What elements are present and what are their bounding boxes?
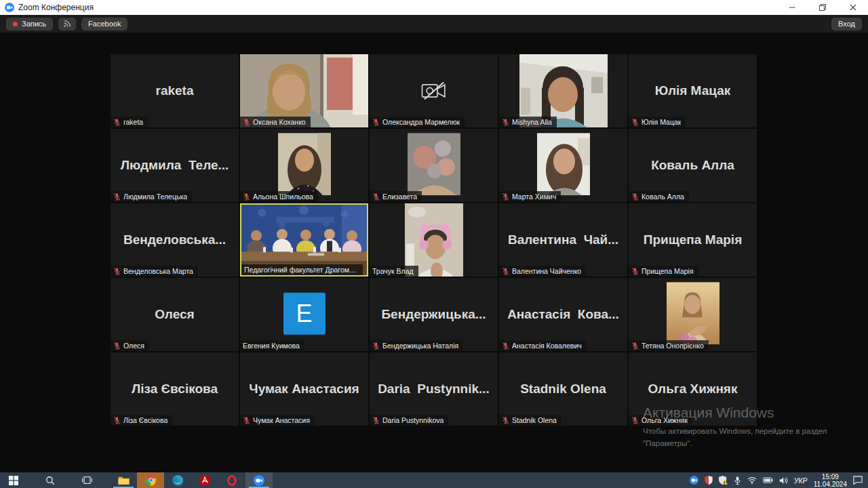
participant-tile[interactable]: Марта Химич xyxy=(499,129,627,202)
tray-date: 11.04.2024 xyxy=(814,481,847,488)
participant-name-label: Ольга Хижняк xyxy=(629,415,692,426)
clock[interactable]: 15:09 11.04.2024 xyxy=(814,473,847,488)
opera-button[interactable] xyxy=(218,472,245,488)
participant-tile[interactable]: Людмила Теле...Людмила Телецька xyxy=(111,129,239,202)
participant-tile[interactable]: raketaraketa xyxy=(111,54,239,127)
participant-tile[interactable]: Ольга ХижнякОльга Хижняк xyxy=(629,352,757,426)
participant-name-label: Марта Химич xyxy=(499,191,561,202)
participant-name-label: Чумак Анастасия xyxy=(240,415,315,426)
participant-name-label: Stadnik Olena xyxy=(499,415,561,426)
antivirus-shield-icon[interactable] xyxy=(705,476,713,485)
participant-name-label: Ліза Євсікова xyxy=(111,415,172,426)
participant-tile[interactable]: Прищепа МаріяПрищепа Марія xyxy=(629,203,757,277)
participant-name-label: Валентина Чайченко xyxy=(499,266,586,277)
participant-tile[interactable]: Елизавета xyxy=(370,129,498,202)
participant-name-label: Юлія Мацак xyxy=(629,117,686,127)
windows-logo-icon xyxy=(9,476,18,485)
file-explorer-button[interactable] xyxy=(110,472,137,488)
participant-tile[interactable]: Анастасія Кова...Анастасія Ковалевич xyxy=(499,278,627,351)
muted-mic-icon xyxy=(502,193,509,201)
edge-button[interactable] xyxy=(164,472,191,488)
acrobat-button[interactable] xyxy=(191,472,218,488)
participant-name-label: Тетяна Онопрієнко xyxy=(629,340,709,351)
muted-mic-icon xyxy=(113,342,121,350)
microphone-tray-icon[interactable] xyxy=(734,476,741,485)
muted-mic-icon xyxy=(372,193,380,201)
muted-mic-icon xyxy=(502,119,509,126)
muted-mic-icon xyxy=(372,119,380,126)
muted-mic-icon xyxy=(631,417,639,424)
muted-mic-icon xyxy=(631,268,639,275)
start-button[interactable] xyxy=(0,472,27,488)
participant-name-label: Педагогічний факультет Драгомано... xyxy=(241,264,363,275)
recording-indicator-button[interactable]: Запись xyxy=(6,18,53,30)
participant-tile[interactable]: Юлія МацакЮлія Мацак xyxy=(629,54,757,127)
zoom-app-icon xyxy=(5,3,14,12)
file-explorer-icon xyxy=(118,476,130,485)
facebook-stream-button[interactable]: Facebook xyxy=(81,18,127,30)
battery-icon[interactable] xyxy=(763,477,773,483)
muted-mic-icon xyxy=(243,119,250,126)
participant-tile[interactable]: Трачук Влад xyxy=(370,203,498,277)
live-stream-button[interactable] xyxy=(58,18,76,30)
system-tray: УКР 15:09 11.04.2024 xyxy=(690,472,868,488)
muted-mic-icon xyxy=(243,417,250,424)
participant-tile[interactable]: Чумак АнастасияЧумак Анастасия xyxy=(240,352,368,426)
participant-name-label: Коваль Алла xyxy=(629,191,689,202)
participant-tile[interactable]: ОлесяОлеся xyxy=(111,278,239,351)
participant-tile[interactable]: EЕвгения Куимова xyxy=(240,278,368,351)
windows-taskbar: УКР 15:09 11.04.2024 xyxy=(0,472,868,488)
participant-tile[interactable]: Педагогічний факультет Драгомано... xyxy=(240,203,368,277)
muted-mic-icon xyxy=(502,268,509,275)
participant-tile[interactable]: Daria Pustynnik...Daria Pustynnikova xyxy=(370,352,498,426)
participant-name-label: Венделовська Марта xyxy=(111,266,198,277)
participant-tile[interactable]: Оксана Коханко xyxy=(240,54,368,127)
security-warning-icon[interactable] xyxy=(719,476,728,485)
search-button[interactable] xyxy=(37,472,64,488)
restore-button[interactable] xyxy=(807,0,837,15)
participant-name-label: Елизавета xyxy=(370,191,422,202)
recording-dot-icon xyxy=(13,22,18,26)
participant-name-label: raketa xyxy=(111,117,148,127)
zoom-icon xyxy=(254,475,264,486)
participant-tile[interactable]: Бендержицька...Бендержицька Наталія xyxy=(370,278,498,351)
participant-tile[interactable]: Олександра Мармелюк xyxy=(370,54,498,127)
muted-mic-icon xyxy=(502,342,509,350)
chrome-button[interactable] xyxy=(137,472,164,488)
participant-tile[interactable]: Венделовська...Венделовська Марта xyxy=(111,203,239,277)
minimize-button[interactable] xyxy=(776,0,807,15)
muted-mic-icon xyxy=(631,342,639,350)
task-view-button[interactable] xyxy=(73,472,100,488)
participant-tile[interactable]: Ліза ЄвсіковаЛіза Євсікова xyxy=(111,352,239,426)
avatar-photo xyxy=(537,133,590,195)
language-indicator[interactable]: УКР xyxy=(794,476,808,485)
participant-name-label: Прищепа Марія xyxy=(629,266,698,277)
avatar-photo xyxy=(278,133,331,195)
muted-mic-icon xyxy=(113,417,121,424)
volume-icon[interactable] xyxy=(779,476,788,485)
participant-tile[interactable]: Коваль АллаКоваль Алла xyxy=(629,129,757,202)
zoom-tray-icon[interactable] xyxy=(690,476,698,485)
participant-tile[interactable]: Stadnik OlenaStadnik Olena xyxy=(499,352,627,426)
avatar-photo xyxy=(667,282,719,344)
action-center-icon[interactable] xyxy=(853,476,863,485)
participant-name-label: Альона Шпильова xyxy=(240,191,318,202)
participant-tile[interactable]: Тетяна Онопрієнко xyxy=(629,278,757,351)
letter-avatar: E xyxy=(283,293,326,335)
participant-tile[interactable]: Альона Шпильова xyxy=(240,129,368,202)
muted-mic-icon xyxy=(372,417,380,424)
window-title: Zoom Конференция xyxy=(18,3,94,12)
meeting-toolbar: Запись Facebook Вход xyxy=(0,15,868,33)
muted-mic-icon xyxy=(113,119,121,126)
close-button[interactable] xyxy=(837,0,868,15)
activation-line2: "Параметры". xyxy=(643,438,850,450)
participant-tile[interactable]: Mishyna Alla xyxy=(499,54,627,127)
participant-tile[interactable]: Валентина Чай...Валентина Чайченко xyxy=(499,203,627,277)
participant-name-label: Бендержицька Наталія xyxy=(370,340,463,351)
chrome-icon xyxy=(145,475,156,486)
zoom-taskbar-button[interactable] xyxy=(245,472,273,488)
opera-icon xyxy=(226,475,237,486)
acrobat-icon xyxy=(200,475,210,485)
wifi-icon[interactable] xyxy=(747,476,757,484)
login-button[interactable]: Вход xyxy=(831,18,862,30)
